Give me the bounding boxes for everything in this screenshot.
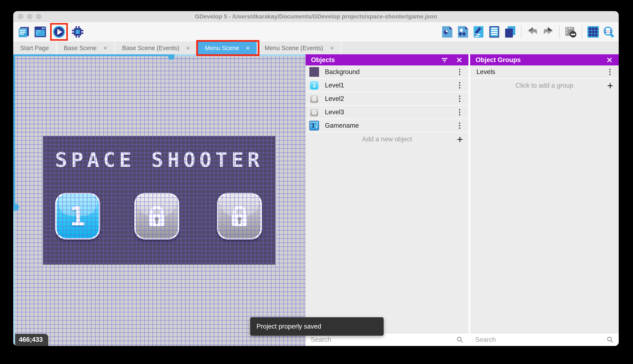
object-groups-icon[interactable] <box>456 25 469 38</box>
close-tab-icon[interactable]: × <box>103 45 107 51</box>
object-row-level3[interactable]: Level3 ⋮ <box>305 106 468 119</box>
close-panel-icon[interactable] <box>606 56 613 64</box>
tab-base-scene-events[interactable]: Base Scene (Events) × <box>115 42 198 54</box>
project-manager-icon[interactable] <box>18 25 31 38</box>
close-tab-icon[interactable]: × <box>330 45 334 51</box>
panel-divider[interactable] <box>468 54 470 346</box>
properties-icon[interactable] <box>472 25 485 38</box>
redo-icon[interactable] <box>542 25 555 38</box>
object-groups-panel-header: Object Groups <box>470 54 619 66</box>
titlebar: GDevelop 5 - /Users/dkarakay/Documents/G… <box>13 11 619 22</box>
instances-list-icon[interactable] <box>488 25 501 38</box>
search-icon <box>456 336 463 343</box>
object-groups-searchbar <box>470 333 619 346</box>
window-title: GDevelop 5 - /Users/dkarakay/Documents/G… <box>13 13 619 20</box>
objects-editor-icon[interactable] <box>441 25 454 38</box>
toolbar-separator <box>581 25 582 38</box>
add-new-object-button[interactable]: Add a new object + <box>305 132 468 146</box>
tab-label: Menu Scene <box>205 45 239 52</box>
locked-button-icon <box>309 107 319 117</box>
minimize-window-button[interactable] <box>27 14 32 19</box>
tab-start-page[interactable]: Start Page <box>13 42 57 54</box>
layers-icon[interactable] <box>503 25 516 38</box>
group-menu-icon[interactable]: ⋮ <box>606 69 614 75</box>
object-groups-search-input[interactable] <box>475 336 606 344</box>
grid-icon[interactable] <box>587 25 600 38</box>
vertical-scrollbar[interactable] <box>13 54 15 346</box>
zoom-window-button[interactable] <box>36 14 41 19</box>
save-toast: Project properly saved <box>250 317 384 336</box>
horizontal-scroll-thumb[interactable] <box>168 54 175 60</box>
plus-icon: + <box>607 80 613 91</box>
toolbar-separator <box>559 25 560 38</box>
play-icon[interactable] <box>53 25 66 38</box>
lock-icon <box>227 202 252 230</box>
cursor-coordinates-badge: 466;433 <box>15 334 48 346</box>
object-groups-panel: Object Groups Levels ⋮ Click to add a gr… <box>470 54 619 346</box>
group-row-levels[interactable]: Levels ⋮ <box>470 66 619 79</box>
plus-icon: + <box>457 134 463 144</box>
object-row-background[interactable]: Background ⋮ <box>305 66 468 79</box>
tab-label: Menu Scene (Events) <box>265 45 323 52</box>
tab-label: Base Scene <box>64 45 97 52</box>
window-mask-icon[interactable] <box>564 25 577 38</box>
object-row-level1[interactable]: 1 Level1 ⋮ <box>305 79 468 92</box>
gdevelop-window: GDevelop 5 - /Users/dkarakay/Documents/G… <box>13 11 619 346</box>
object-menu-icon[interactable]: ⋮ <box>456 69 463 75</box>
locked-button-icon <box>309 94 319 104</box>
toolbar: 1:1 <box>13 22 619 42</box>
close-panel-icon[interactable] <box>455 56 463 64</box>
object-groups-list: Levels ⋮ Click to add a group + <box>470 66 619 333</box>
objects-panel-title: Objects <box>311 56 335 64</box>
svg-text:1:1: 1:1 <box>604 29 612 34</box>
tab-label: Start Page <box>20 45 49 52</box>
object-menu-icon[interactable]: ⋮ <box>456 96 463 102</box>
object-menu-icon[interactable]: ⋮ <box>456 82 463 88</box>
debugger-icon[interactable] <box>71 25 84 38</box>
traffic-lights <box>18 11 41 22</box>
level2-button-instance[interactable] <box>134 193 179 240</box>
tab-menu-scene-events[interactable]: Menu Scene (Events) × <box>258 42 342 54</box>
main-content: SPACE SHOOTER 1 <box>13 54 619 346</box>
toolbar-left-group <box>18 22 84 42</box>
close-tab-icon[interactable]: × <box>186 45 190 51</box>
screen-background: GDevelop 5 - /Users/dkarakay/Documents/G… <box>0 0 633 364</box>
close-tab-icon[interactable]: × <box>246 45 250 51</box>
object-menu-icon[interactable]: ⋮ <box>456 109 463 115</box>
level3-button-instance[interactable] <box>217 193 262 240</box>
close-window-button[interactable] <box>18 14 23 19</box>
objects-search-input[interactable] <box>311 336 456 344</box>
filter-icon[interactable] <box>441 56 448 64</box>
play-button-highlight <box>50 23 68 41</box>
objects-panel-header: Objects <box>305 54 468 66</box>
undo-icon[interactable] <box>526 25 539 38</box>
scene-title-text[interactable]: SPACE SHOOTER <box>43 148 275 172</box>
scene-canvas[interactable]: SPACE SHOOTER 1 <box>13 54 305 346</box>
horizontal-scrollbar[interactable] <box>13 54 305 56</box>
zoom-original-icon[interactable]: 1:1 <box>602 25 615 38</box>
tabbar: Start Page Base Scene × Base Scene (Even… <box>13 42 619 54</box>
add-group-button[interactable]: Click to add a group + <box>470 79 619 92</box>
object-row-level2[interactable]: Level2 ⋮ <box>305 92 468 106</box>
objects-list: Background ⋮ 1 Level1 ⋮ Level2 ⋮ <box>305 66 468 333</box>
level1-button-instance[interactable]: 1 <box>55 193 100 240</box>
tab-menu-scene[interactable]: Menu Scene × <box>198 42 258 54</box>
object-row-gamename[interactable]: Tx Gamename ⋮ <box>305 119 468 132</box>
search-icon <box>606 336 614 343</box>
toolbar-right-group: 1:1 <box>441 22 615 42</box>
object-groups-panel-title: Object Groups <box>476 56 521 64</box>
scene-editor-icon[interactable] <box>34 25 47 38</box>
text-object-icon: Tx <box>309 121 319 130</box>
lock-icon <box>144 202 169 230</box>
vertical-scroll-thumb[interactable] <box>13 204 19 211</box>
level1-button-icon: 1 <box>309 80 319 90</box>
tab-label: Base Scene (Events) <box>122 45 179 52</box>
objects-panel: Objects Background ⋮ 1 <box>305 54 468 346</box>
tab-base-scene[interactable]: Base Scene × <box>57 42 115 54</box>
toolbar-separator <box>521 25 522 38</box>
color-swatch-icon <box>309 67 319 77</box>
object-menu-icon[interactable]: ⋮ <box>456 122 463 128</box>
menu-scene-preview[interactable]: SPACE SHOOTER 1 <box>43 136 275 264</box>
